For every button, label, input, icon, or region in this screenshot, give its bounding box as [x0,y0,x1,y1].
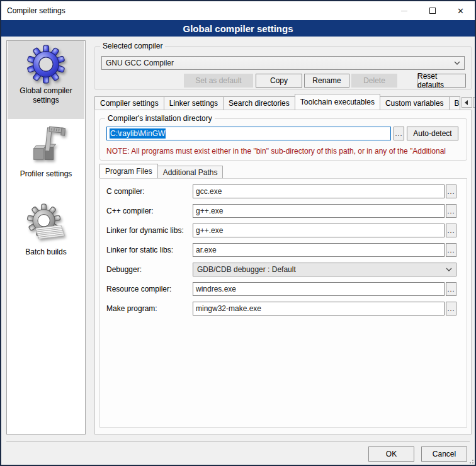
set-as-default-button[interactable]: Set as default [184,74,253,88]
selected-compiler-value: GNU GCC Compiler [106,59,174,67]
make-program-input[interactable]: mingw32-make.exe [193,302,445,315]
cancel-button[interactable]: Cancel [421,446,467,462]
linker-dynamic-browse-button[interactable]: ... [446,224,456,237]
close-button[interactable]: ✕ [446,1,475,20]
footer-separator [6,441,470,441]
blue-gear-icon [8,41,84,84]
linker-static-value: ar.exe [196,246,217,254]
maximize-icon [429,8,436,14]
sidebar-item-label: Batch builds [8,245,84,262]
make-program-value: mingw32-make.exe [196,304,261,313]
linker-static-label: Linker for static libs: [106,246,193,254]
settings-category-list: Global compiler settings [6,40,86,435]
sidebar-item-label: Profiler settings [8,167,84,184]
rename-button[interactable]: Rename [304,74,349,88]
selected-compiler-dropdown[interactable]: GNU GCC Compiler [101,56,465,70]
window-title: Compiler settings [1,6,65,15]
linker-dynamic-input[interactable]: g++.exe [193,224,445,237]
delete-button[interactable]: Delete [351,74,397,88]
chevron-down-icon [454,61,460,65]
cpp-compiler-browse-button[interactable]: ... [446,204,456,218]
c-compiler-value: gcc.exe [196,187,222,196]
debugger-dropdown[interactable]: GDB/CDB debugger : Default [193,263,456,276]
linker-static-input[interactable]: ar.exe [193,243,445,257]
sidebar-item-batch-builds[interactable]: Batch builds [8,200,84,279]
close-icon: ✕ [457,7,464,15]
caliper-icon [8,122,84,167]
resource-compiler-label: Resource compiler: [106,285,193,293]
compiler-buttons-row: Set as default Copy Rename Delete Reset … [101,74,466,88]
sidebar-item-profiler-settings[interactable]: Profiler settings [8,122,84,201]
dialog-banner: Global compiler settings [1,20,475,37]
field-row-c-compiler: C compiler: gcc.exe ... [106,185,461,198]
make-program-browse-button[interactable]: ... [446,302,456,315]
chevron-down-icon [446,268,452,271]
field-row-linker-dynamic: Linker for dynamic libs: g++.exe ... [106,224,461,237]
tab-custom-variables[interactable]: Custom variables [380,96,450,110]
ok-button[interactable]: OK [368,446,414,462]
installation-directory-browse-button[interactable]: ... [394,127,404,140]
sidebar-item-global-compiler-settings[interactable]: Global compiler settings [8,41,84,119]
tab-additional-paths[interactable]: Additional Paths [157,166,224,178]
linker-dynamic-label: Linker for dynamic libs: [106,226,193,235]
tab-build-options[interactable]: Builc [449,96,460,110]
cpp-compiler-label: C++ compiler: [106,207,193,215]
tab-compiler-settings[interactable]: Compiler settings [94,96,164,110]
installation-directory-row: C:\raylib\MinGW ... Auto-detect [106,127,462,140]
program-files-tab-bar: Program Files Additional Paths [99,164,222,178]
bin-subdirectory-note: NOTE: All programs must exist either in … [106,147,465,156]
field-row-cpp-compiler: C++ compiler: g++.exe ... [106,204,461,218]
linker-dynamic-value: g++.exe [196,226,223,235]
installation-directory-value: C:\raylib\MinGW [110,128,166,139]
debugger-label: Debugger: [106,265,193,274]
c-compiler-label: C compiler: [106,187,193,196]
resize-grip[interactable] [467,457,473,463]
resource-compiler-input[interactable]: windres.exe [193,282,445,296]
resource-compiler-value: windres.exe [196,285,236,293]
compiler-settings-dialog: Compiler settings ✕ Global compiler sett… [0,0,476,466]
copy-button[interactable]: Copy [256,74,302,88]
program-files-page: C compiler: gcc.exe ... C++ compiler: g+… [99,178,467,428]
selected-compiler-group: Selected compiler GNU GCC Compiler Set a… [94,46,472,90]
settings-tab-bar: Compiler settings Linker settings Search… [94,95,472,110]
tab-scroll-right-button[interactable] [473,97,476,108]
c-compiler-input[interactable]: gcc.exe [193,185,445,198]
installation-directory-input[interactable]: C:\raylib\MinGW [106,127,391,140]
selected-compiler-group-label: Selected compiler [100,42,165,50]
banner-title: Global compiler settings [183,23,293,34]
tab-toolchain-executables[interactable]: Toolchain executables [295,94,380,110]
cpp-compiler-value: g++.exe [196,207,223,215]
tab-search-directories[interactable]: Search directories [223,96,295,110]
field-row-debugger: Debugger: GDB/CDB debugger : Default [106,263,461,276]
reset-defaults-button[interactable]: Reset defaults [417,74,466,88]
tab-scroll-left-button[interactable] [462,97,472,108]
make-program-label: Make program: [106,304,193,313]
maximize-button[interactable] [418,1,446,20]
installation-directory-group-label: Compiler's installation directory [105,114,215,123]
minimize-icon [401,11,407,11]
caption-buttons: ✕ [390,1,475,20]
tab-linker-settings[interactable]: Linker settings [164,96,224,110]
field-row-resource-compiler: Resource compiler: windres.exe ... [106,282,461,296]
gray-gear-papers-icon [8,200,84,245]
title-bar: Compiler settings ✕ [1,1,475,20]
tab-scroll-buttons [461,97,476,108]
triangle-left-icon [465,100,468,105]
linker-static-browse-button[interactable]: ... [446,243,456,257]
cpp-compiler-input[interactable]: g++.exe [193,204,445,218]
debugger-value: GDB/CDB debugger : Default [197,265,296,274]
minimize-button[interactable] [390,1,418,20]
auto-detect-button[interactable]: Auto-detect [407,127,458,140]
resource-compiler-browse-button[interactable]: ... [446,282,456,296]
tab-program-files[interactable]: Program Files [99,164,158,178]
field-row-linker-static: Linker for static libs: ar.exe ... [106,243,461,257]
toolchain-executables-page: Compiler's installation directory C:\ray… [94,110,472,435]
c-compiler-browse-button[interactable]: ... [446,185,456,198]
sidebar-item-label: Global compiler settings [8,84,84,110]
installation-directory-group: Compiler's installation directory C:\ray… [99,118,467,161]
field-row-make-program: Make program: mingw32-make.exe ... [106,302,461,315]
